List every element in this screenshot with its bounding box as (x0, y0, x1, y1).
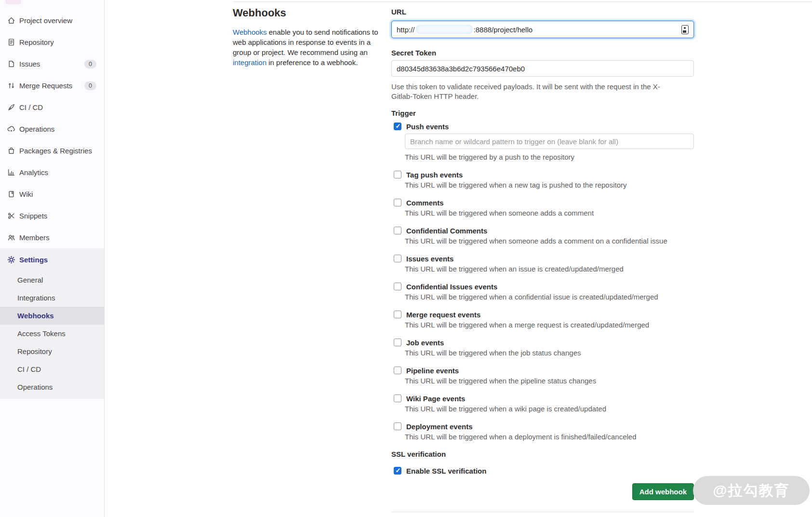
trigger-help: This URL will be triggered when the job … (405, 348, 694, 358)
sidebar-item-label: Settings (19, 256, 48, 264)
sidebar: Project overview Repository Issues 0 Mer… (0, 0, 105, 517)
merge-request-icon (7, 82, 15, 90)
sidebar-item-packages-registries[interactable]: Packages & Registries (0, 140, 104, 162)
sidebar-item-analytics[interactable]: Analytics (0, 162, 104, 183)
page-title: Webhooks (233, 7, 385, 19)
add-webhook-button[interactable]: Add webhook (632, 483, 694, 500)
count-badge: 0 (84, 82, 96, 90)
trigger-label[interactable]: Job events (406, 339, 444, 347)
package-icon (7, 147, 15, 155)
sidebar-item-label: Operations (19, 125, 54, 133)
trigger-checkbox[interactable] (394, 311, 401, 318)
sidebar-item-project-overview[interactable]: Project overview (0, 10, 104, 31)
issues-icon (7, 60, 15, 68)
sidebar-item-wiki[interactable]: Wiki (0, 183, 104, 205)
trigger-checkbox[interactable] (394, 255, 401, 262)
settings-subitem-access-tokens[interactable]: Access Tokens (0, 325, 104, 342)
trigger-label[interactable]: Wiki Page events (406, 395, 465, 403)
trigger-checkbox[interactable] (394, 395, 401, 402)
sidebar-item-label: Repository (19, 38, 54, 46)
settings-subitem-repository[interactable]: Repository (0, 342, 104, 360)
ssl-checkbox[interactable] (394, 467, 401, 475)
home-icon (7, 16, 15, 25)
trigger-label[interactable]: Deployment events (406, 422, 473, 431)
sidebar-item-settings[interactable]: Settings (0, 248, 104, 271)
integration-link[interactable]: integration (233, 58, 266, 67)
sidebar-item-label: Analytics (19, 168, 48, 177)
trigger-help: This URL will be triggered when a confid… (405, 292, 694, 302)
chart-icon (7, 168, 15, 177)
trigger-label[interactable]: Merge request events (406, 311, 480, 319)
trigger-checkbox[interactable] (394, 199, 401, 206)
sidebar-item-operations[interactable]: Operations (0, 118, 104, 140)
redacted-host (416, 25, 473, 34)
sidebar-item-members[interactable]: Members (0, 227, 104, 248)
webhook-form: URL http://:8888/project/hello Secret To… (391, 0, 694, 517)
trigger-label[interactable]: Issues events (406, 255, 453, 263)
trigger-help: This URL will be triggered when a wiki p… (405, 404, 694, 414)
trigger-row: Issues events This URL will be triggered… (391, 254, 694, 274)
sidebar-item-issues[interactable]: Issues 0 (0, 53, 104, 75)
scissors-icon (7, 212, 15, 220)
url-value-suffix: :8888/project/hello (474, 26, 533, 34)
trigger-help: This URL will be triggered when the pipe… (405, 376, 694, 386)
settings-subitem-integrations[interactable]: Integrations (0, 289, 104, 307)
operations-icon (7, 125, 15, 134)
trigger-row: Pipeline events This URL will be trigger… (391, 366, 694, 386)
secret-token-label: Secret Token (391, 49, 694, 58)
trigger-help: This URL will be triggered when someone … (405, 208, 694, 218)
watermark-badge: @拉勾教育 (693, 476, 810, 505)
trigger-checkbox[interactable] (394, 227, 401, 234)
trigger-row: Comments This URL will be triggered when… (391, 198, 694, 218)
ssl-label[interactable]: Enable SSL verification (406, 467, 486, 475)
trigger-help: This URL will be triggered when a merge … (405, 320, 694, 330)
project-avatar[interactable] (5, 0, 21, 4)
url-input[interactable]: http://:8888/project/hello (391, 21, 694, 38)
trigger-label[interactable]: Push events (406, 122, 449, 131)
trigger-checkbox[interactable] (394, 171, 401, 178)
count-badge: 0 (84, 60, 96, 68)
trigger-row: Wiki Page events This URL will be trigge… (391, 394, 694, 414)
settings-subitem-webhooks[interactable]: Webhooks (0, 307, 104, 325)
trigger-help: This URL will be triggered by a push to … (405, 152, 694, 162)
document-icon (7, 38, 15, 47)
trigger-label[interactable]: Comments (406, 199, 444, 207)
settings-subitem-general[interactable]: General (0, 271, 104, 289)
secret-token-input[interactable] (391, 60, 694, 77)
sidebar-item-label: Packages & Registries (19, 147, 92, 155)
trigger-help: This URL will be triggered when a deploy… (405, 432, 694, 442)
trigger-help: This URL will be triggered when an issue… (405, 264, 694, 274)
trigger-help: This URL will be triggered when someone … (405, 236, 694, 246)
trigger-checkbox[interactable] (394, 422, 401, 430)
url-value-prefix: http:// (397, 26, 415, 34)
settings-subitem-operations[interactable]: Operations (0, 378, 104, 396)
trigger-checkbox[interactable] (394, 367, 401, 374)
trigger-row: Merge request events This URL will be tr… (391, 310, 694, 330)
trigger-label[interactable]: Pipeline events (406, 367, 459, 375)
section-divider-bottom (391, 512, 694, 512)
settings-subitem-ci-cd[interactable]: CI / CD (0, 360, 104, 378)
trigger-help: This URL will be triggered when a new ta… (405, 180, 694, 190)
branch-filter-input[interactable] (405, 134, 694, 149)
trigger-label[interactable]: Tag push events (406, 171, 463, 179)
trigger-row: Deployment events This URL will be trigg… (391, 422, 694, 442)
sidebar-item-label: Issues (19, 60, 40, 68)
sidebar-item-label: Members (19, 233, 50, 242)
webhooks-intro: Webhooks Webhooks enable you to send not… (233, 7, 385, 68)
trigger-label[interactable]: Confidential Comments (406, 227, 487, 235)
autofill-extension-icon[interactable] (681, 25, 689, 34)
sidebar-item-repository[interactable]: Repository (0, 31, 104, 53)
rocket-icon (7, 103, 15, 112)
sidebar-item-label: Wiki (19, 190, 33, 198)
users-icon (7, 233, 15, 242)
trigger-label[interactable]: Confidential Issues events (406, 283, 497, 291)
trigger-checkbox[interactable] (394, 339, 401, 346)
gear-icon (7, 256, 15, 264)
webhooks-link[interactable]: Webhooks (233, 28, 267, 36)
trigger-checkbox[interactable] (394, 122, 401, 130)
sidebar-item-snippets[interactable]: Snippets (0, 205, 104, 227)
book-icon (7, 190, 15, 199)
sidebar-item-merge-requests[interactable]: Merge Requests 0 (0, 75, 104, 96)
trigger-checkbox[interactable] (394, 283, 401, 290)
sidebar-item-ci-cd[interactable]: CI / CD (0, 96, 104, 118)
